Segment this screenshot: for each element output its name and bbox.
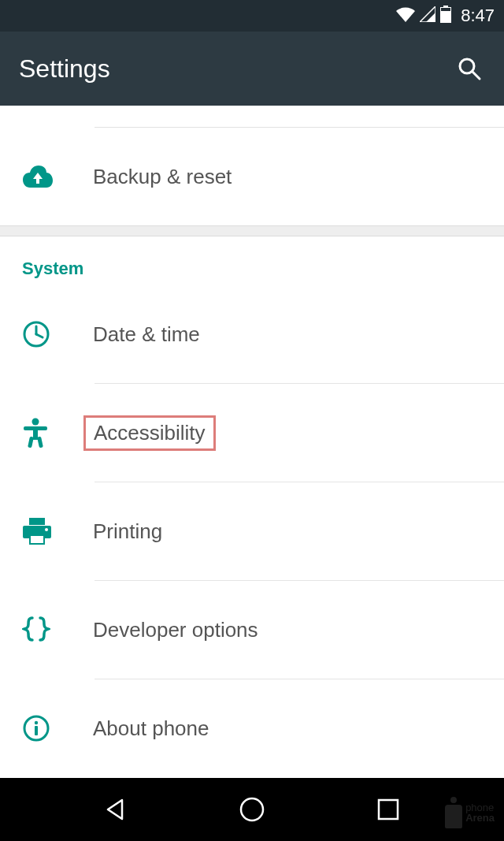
divider xyxy=(94,106,504,128)
row-label: About phone xyxy=(93,716,209,741)
row-label: Accessibility xyxy=(94,421,206,445)
row-label: Developer options xyxy=(93,618,258,642)
row-label: Date & time xyxy=(93,322,200,347)
row-printing[interactable]: Printing xyxy=(0,482,504,580)
svg-line-7 xyxy=(36,334,43,337)
search-button[interactable] xyxy=(454,53,485,84)
svg-rect-2 xyxy=(441,8,450,11)
back-triangle-icon xyxy=(103,797,128,822)
home-circle-icon xyxy=(239,796,265,823)
row-backup-reset[interactable]: Backup & reset xyxy=(0,128,504,225)
recent-square-icon xyxy=(377,798,399,821)
braces-icon xyxy=(22,616,93,643)
svg-rect-10 xyxy=(33,426,38,440)
section-divider xyxy=(0,225,504,236)
section-header-text: System xyxy=(22,259,83,279)
highlight-accessibility: Accessibility xyxy=(83,415,216,451)
svg-rect-1 xyxy=(443,6,448,8)
svg-rect-20 xyxy=(35,726,38,735)
svg-rect-16 xyxy=(31,536,43,543)
printer-icon xyxy=(22,517,93,545)
wifi-icon xyxy=(396,6,415,25)
watermark: phone Arena xyxy=(445,797,495,828)
svg-point-8 xyxy=(32,419,39,426)
section-header-system: System xyxy=(0,236,504,285)
svg-point-19 xyxy=(35,721,38,724)
search-icon xyxy=(457,56,482,81)
navigation-bar: phone Arena xyxy=(0,778,504,841)
status-time: 8:47 xyxy=(461,6,495,26)
row-accessibility[interactable]: Accessibility xyxy=(0,384,504,482)
settings-list: Backup & reset System Date & time xyxy=(0,106,504,778)
nav-home-button[interactable] xyxy=(233,791,271,828)
page-title: Settings xyxy=(19,54,110,84)
row-label: Printing xyxy=(93,519,162,544)
svg-line-4 xyxy=(472,72,480,79)
row-about-phone[interactable]: About phone xyxy=(0,679,504,777)
battery-icon xyxy=(440,6,451,26)
svg-point-21 xyxy=(241,798,263,821)
backup-icon xyxy=(22,165,93,188)
svg-rect-11 xyxy=(28,437,34,448)
accessibility-icon xyxy=(22,418,93,448)
cell-signal-icon xyxy=(420,6,435,25)
svg-rect-13 xyxy=(29,518,45,525)
svg-rect-22 xyxy=(379,800,398,819)
svg-point-17 xyxy=(45,528,48,531)
app-bar: Settings xyxy=(0,32,504,106)
row-label: Backup & reset xyxy=(93,165,232,189)
status-bar: 8:47 xyxy=(0,0,504,32)
row-developer-options[interactable]: Developer options xyxy=(0,581,504,679)
nav-recent-button[interactable] xyxy=(369,791,407,828)
svg-rect-12 xyxy=(37,437,43,448)
watermark-text-2: Arena xyxy=(465,813,495,823)
nav-back-button[interactable] xyxy=(97,791,135,828)
clock-icon xyxy=(22,320,93,348)
row-date-time[interactable]: Date & time xyxy=(0,285,504,383)
status-icons: 8:47 xyxy=(396,6,495,26)
info-icon xyxy=(22,714,93,742)
